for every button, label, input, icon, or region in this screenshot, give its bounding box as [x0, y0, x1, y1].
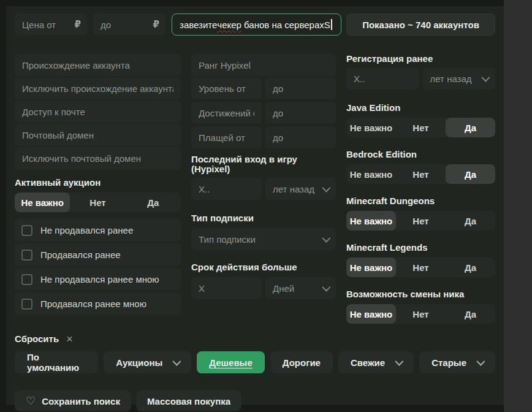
registered-before-label: Регистрация ранее — [346, 54, 495, 64]
minecraft-dungeons-label: Minecraft Dungeons — [346, 196, 495, 206]
achievements-to-input[interactable] — [265, 102, 336, 124]
dungeons-option-yes[interactable]: Да — [446, 211, 495, 231]
exclude-account-origin-input[interactable] — [15, 77, 181, 99]
legends-option-any[interactable]: Не важно — [346, 258, 396, 277]
select-value: лет назад — [273, 184, 314, 194]
sort-button-label: Свежие — [351, 357, 385, 368]
sort-expensive-button[interactable]: Дорогие — [270, 351, 333, 373]
checkbox-row-sold-before[interactable]: Продавался ранее — [15, 243, 181, 266]
chevron-down-icon — [322, 184, 330, 193]
nick-change-option-any[interactable]: Не важно — [346, 304, 396, 324]
legends-option-yes[interactable]: Да — [446, 258, 495, 277]
registered-before-unit-select[interactable]: лет назад — [423, 67, 496, 90]
active-auction-option-any[interactable]: Не важно — [15, 193, 70, 212]
duration-unit-select[interactable]: Дней — [265, 277, 336, 299]
account-origin-input[interactable] — [15, 54, 181, 76]
java-option-no[interactable]: Нет — [396, 118, 446, 137]
active-auction-toggle: Не важно Нет Да — [15, 193, 181, 212]
capes-from-input[interactable] — [191, 126, 262, 148]
heart-icon: ♡ — [26, 395, 36, 406]
bulk-buy-button[interactable]: Массовая покупка — [136, 391, 241, 411]
chevron-down-icon — [322, 283, 330, 292]
active-auction-label: Активный аукцион — [15, 178, 181, 188]
subscription-type-select[interactable]: Тип подписки — [191, 228, 336, 250]
level-to-input[interactable] — [265, 77, 336, 99]
mail-access-input[interactable] — [15, 101, 181, 123]
duration-label: Срок действия больше — [191, 262, 336, 272]
bedrock-option-any[interactable]: Не важно — [346, 164, 396, 184]
results-count-button[interactable]: Показано ~ 740 аккаунтов — [346, 13, 495, 36]
duration-value-input[interactable] — [191, 277, 262, 299]
filter-columns: Активный аукцион Не важно Нет Да Не прод… — [15, 54, 495, 324]
chevron-down-icon — [322, 234, 330, 243]
close-icon[interactable]: × — [66, 334, 73, 344]
nick-change-option-yes[interactable]: Да — [446, 304, 495, 324]
bedrock-option-no[interactable]: Нет — [396, 164, 446, 184]
bedrock-edition-label: Bedrock Edition — [346, 150, 495, 159]
filter-column-middle: Последний вход в игру (Hypixel) лет наза… — [191, 54, 336, 324]
search-text: завезите — [180, 20, 217, 30]
checkbox-row-sold-by-me[interactable]: Продавался ранее мною — [15, 292, 181, 315]
sort-button-label: Аукционы — [116, 357, 162, 368]
active-auction-option-no[interactable]: Нет — [70, 193, 125, 212]
chevron-down-icon — [476, 357, 485, 366]
reset-filters-button[interactable]: Сбросить — [15, 334, 59, 344]
price-to-wrap: ₽ — [93, 13, 165, 36]
sort-fresh-button[interactable]: Свежие — [338, 351, 414, 373]
sort-default-button[interactable]: По умолчанию — [15, 351, 98, 373]
bottom-actions-row: ♡ Сохранить поиск Массовая покупка — [15, 391, 495, 411]
sort-button-label: По умолчанию — [27, 352, 86, 373]
mail-domain-input[interactable] — [15, 124, 181, 146]
checkbox-icon[interactable] — [21, 299, 32, 310]
capes-to-input[interactable] — [265, 126, 336, 148]
last-login-value-input[interactable] — [191, 178, 262, 200]
active-auction-option-yes[interactable]: Да — [126, 193, 181, 212]
sort-button-label: Дешевые — [209, 357, 252, 368]
minecraft-legends-label: Minecraft Legends — [346, 243, 495, 253]
dungeons-option-no[interactable]: Нет — [396, 211, 446, 231]
bulk-buy-label: Массовая покупка — [147, 396, 230, 406]
checkbox-row-not-sold-by-me[interactable]: Не продавался ранее мною — [15, 268, 181, 291]
checkbox-label: Не продавался ранее — [40, 225, 133, 235]
search-text-misspelled: чекер — [217, 20, 241, 30]
achievements-from-input[interactable] — [191, 102, 262, 124]
java-option-yes[interactable]: Да — [446, 118, 495, 137]
nick-change-toggle: Не важно Нет Да — [346, 304, 495, 324]
checkbox-label: Продавался ранее — [40, 250, 121, 260]
sort-button-label: Старые — [431, 357, 466, 368]
checkbox-icon[interactable] — [21, 225, 32, 236]
price-to-input[interactable] — [93, 13, 165, 36]
minecraft-legends-toggle: Не важно Нет Да — [346, 258, 495, 277]
select-value: лет назад — [430, 74, 472, 84]
level-from-input[interactable] — [191, 77, 262, 99]
filter-column-left: Активный аукцион Не важно Нет Да Не прод… — [15, 54, 181, 324]
bedrock-option-yes[interactable]: Да — [446, 164, 495, 184]
nick-change-option-no[interactable]: Нет — [396, 304, 446, 324]
minecraft-dungeons-toggle: Не важно Нет Да — [346, 211, 495, 231]
filters-panel: ₽ ₽ завезите чекер банов на серверахS По… — [6, 6, 504, 405]
exclude-mail-domain-input[interactable] — [15, 147, 181, 169]
checkbox-icon[interactable] — [21, 250, 32, 261]
save-search-button[interactable]: ♡ Сохранить поиск — [15, 391, 131, 411]
search-input[interactable]: завезите чекер банов на серверахS — [172, 13, 341, 36]
legends-option-no[interactable]: Нет — [396, 258, 446, 277]
sort-old-button[interactable]: Старые — [419, 351, 495, 373]
java-option-any[interactable]: Не важно — [346, 118, 396, 137]
bedrock-edition-toggle: Не важно Нет Да — [346, 164, 495, 184]
registered-before-value-input[interactable] — [346, 67, 419, 90]
page-right-gutter — [504, 0, 532, 412]
checkbox-row-not-sold-before[interactable]: Не продавался ранее — [15, 219, 181, 242]
hypixel-rank-input[interactable] — [191, 54, 336, 76]
sort-auctions-button[interactable]: Аукционы — [104, 351, 191, 373]
sort-row: По умолчанию Аукционы Дешевые Дорогие Св… — [15, 351, 495, 373]
price-from-input[interactable] — [15, 13, 87, 36]
select-value: Дней — [273, 283, 294, 294]
last-login-label: Последний вход в игру (Hypixel) — [191, 154, 336, 174]
sort-cheap-button[interactable]: Дешевые — [197, 351, 264, 373]
dungeons-option-any[interactable]: Не важно — [346, 211, 396, 231]
reset-row: Сбросить × — [15, 334, 495, 344]
java-edition-label: Java Edition — [346, 103, 495, 113]
checkbox-icon[interactable] — [21, 274, 32, 285]
last-login-unit-select[interactable]: лет назад — [265, 178, 336, 200]
price-search-row: ₽ ₽ завезите чекер банов на серверахS По… — [15, 13, 495, 36]
